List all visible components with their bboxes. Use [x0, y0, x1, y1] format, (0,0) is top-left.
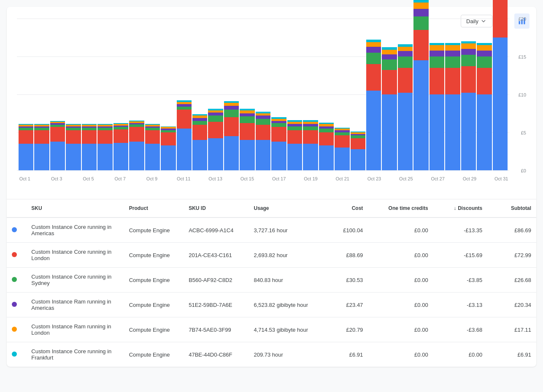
color-cell [7, 293, 26, 317]
bar[interactable] [66, 124, 81, 170]
red-segment [240, 123, 254, 140]
bar[interactable] [382, 47, 397, 170]
skuid-cell: B560-AF92-C8D2 [184, 268, 249, 293]
bar[interactable] [319, 123, 334, 170]
bar[interactable] [34, 124, 49, 170]
purple-segment [240, 113, 254, 116]
red-segment [271, 127, 286, 141]
sku-cell: Custom Instance Ram running in Americas [26, 293, 124, 317]
orange-segment [224, 103, 239, 106]
usage-cell: 2,693.82 hour [249, 243, 319, 268]
bar[interactable] [192, 114, 207, 170]
usage-cell: 3,727.16 hour [249, 217, 319, 243]
bar[interactable] [366, 40, 381, 170]
bar[interactable] [287, 120, 302, 170]
blue-segment [224, 136, 239, 170]
bar-group [461, 19, 476, 170]
bar[interactable] [82, 124, 97, 170]
green-segment [303, 126, 318, 130]
blue-segment [319, 145, 334, 170]
bar-group [50, 19, 65, 170]
x-axis-label: Oct 7 [115, 176, 126, 181]
bar[interactable] [113, 123, 128, 170]
red-segment [398, 68, 413, 93]
bar[interactable] [477, 43, 492, 170]
green-segment [430, 56, 444, 68]
red-segment [461, 66, 476, 93]
x-axis-label: Oct 21 [336, 176, 349, 181]
green-segment [177, 107, 192, 110]
bar[interactable] [303, 120, 318, 170]
green-segment [192, 121, 207, 125]
bar[interactable] [240, 109, 254, 170]
bar[interactable] [224, 101, 239, 170]
bar[interactable] [493, 0, 508, 170]
bar[interactable] [50, 121, 65, 170]
skuid-cell: 47BE-44D0-C86F [184, 342, 249, 367]
bar[interactable] [461, 41, 476, 170]
orange-segment [445, 45, 460, 51]
product-header: Product [124, 199, 184, 217]
green-segment [351, 135, 365, 138]
purple-segment [224, 106, 239, 110]
color-dot [12, 352, 17, 357]
green-segment [461, 55, 476, 66]
bar-group [34, 19, 49, 170]
usage-cell: 840.83 hour [249, 268, 319, 293]
discounts-cell: -£3.85 [433, 268, 488, 293]
bar[interactable] [271, 117, 286, 170]
red-segment [129, 127, 144, 141]
x-axis-label: Oct 1 [19, 176, 30, 181]
table-row: Custom Instance Core running in Sydney C… [7, 268, 536, 293]
bar[interactable] [145, 124, 160, 170]
bar[interactable] [256, 112, 270, 170]
color-cell [7, 217, 26, 243]
table-row: Custom Instance Core running in Americas… [7, 217, 536, 243]
blue-segment [351, 149, 365, 170]
green-segment [398, 56, 413, 68]
bar[interactable] [19, 124, 33, 170]
cost-cell: £20.79 [319, 317, 368, 342]
blue-segment [493, 38, 508, 170]
blue-segment [461, 93, 476, 170]
green-segment [271, 123, 286, 127]
cost-cell: £6.91 [319, 342, 368, 367]
blue-segment [413, 60, 428, 170]
color-cell [7, 342, 26, 367]
orange-segment [398, 47, 413, 51]
y-axis-label: £15 [519, 54, 526, 59]
sku-cell: Custom Instance Core running in Frankfur… [26, 342, 124, 367]
green-segment [413, 16, 428, 30]
bar[interactable] [413, 0, 428, 170]
x-axis-label: Oct 29 [463, 176, 476, 181]
green-segment [335, 132, 349, 135]
bar[interactable] [351, 132, 365, 170]
bar[interactable] [177, 100, 192, 170]
subtotal-cell: £72.99 [487, 243, 536, 268]
table-header-row: SKU Product SKU ID Usage Cost One time c… [7, 199, 536, 217]
blue-segment [287, 144, 302, 170]
bar[interactable] [398, 44, 413, 170]
x-axis-label: Oct 23 [367, 176, 381, 181]
bar-group [477, 19, 492, 170]
cost-cell: £100.04 [319, 217, 368, 243]
bar[interactable] [445, 43, 460, 170]
bar[interactable] [335, 128, 349, 170]
bar[interactable] [161, 126, 176, 170]
sku-header: SKU [26, 199, 124, 217]
subtotal-cell: £17.11 [487, 317, 536, 342]
bar[interactable] [129, 121, 144, 170]
bar-group [493, 19, 508, 170]
bar[interactable] [208, 109, 223, 170]
red-segment [382, 70, 397, 94]
table-row: Custom Instance Core running in London C… [7, 243, 536, 268]
bar[interactable] [97, 124, 112, 170]
red-segment [477, 68, 492, 94]
skuid-cell: 7B74-5AE0-3F99 [184, 317, 249, 342]
bar-group [271, 19, 286, 170]
color-cell [7, 317, 26, 342]
blue-segment [335, 148, 349, 170]
y-axis-label: £10 [519, 92, 526, 97]
blue-segment [477, 94, 492, 170]
bar[interactable] [430, 43, 444, 170]
